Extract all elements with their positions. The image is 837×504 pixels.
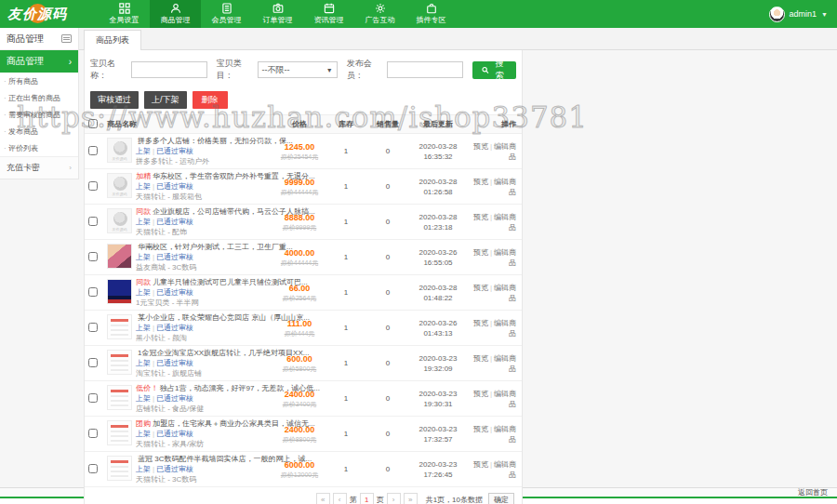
last-page-button[interactable]: »: [404, 493, 418, 504]
nav-global-settings[interactable]: 全局设置: [99, 0, 150, 28]
row-checkbox[interactable]: [88, 217, 98, 226]
row-checkbox[interactable]: [88, 252, 98, 261]
sidebar-item-publish-product[interactable]: 发布商品: [0, 123, 78, 139]
confirm-page-button[interactable]: 确定: [488, 493, 514, 504]
prev-page-button[interactable]: ‹: [333, 493, 347, 504]
review-status-link[interactable]: 已通过审核: [156, 253, 193, 261]
preview-link[interactable]: 预览: [473, 460, 488, 469]
preview-link[interactable]: 预览: [473, 142, 488, 151]
edit-product-link[interactable]: 编辑商品: [494, 460, 516, 479]
preview-link[interactable]: 预览: [473, 178, 488, 186]
preview-link[interactable]: 预览: [473, 213, 488, 221]
product-title[interactable]: 华南校区，针对户外测试，工三工，卫生厂重...: [136, 243, 293, 251]
delete-button[interactable]: 删除: [193, 91, 228, 109]
shelf-status-link[interactable]: 上架: [136, 465, 151, 473]
shelf-status-link[interactable]: 上架: [136, 147, 151, 155]
edit-product-link[interactable]: 编辑商品: [494, 284, 516, 302]
review-status-link[interactable]: 已通过审核: [156, 288, 193, 297]
shelf-status-link[interactable]: 上架: [136, 182, 151, 191]
product-title[interactable]: 某小企业店，联众荣耀自心竞回店 京山（厚山山京...: [136, 313, 310, 322]
product-thumbnail[interactable]: [107, 314, 132, 339]
row-checkbox[interactable]: [88, 358, 98, 367]
row-checkbox[interactable]: [88, 393, 98, 403]
shelf-status-link[interactable]: 上架: [136, 394, 151, 403]
publisher-member-input[interactable]: [387, 61, 463, 78]
sidebar-item-review-list[interactable]: 评价列表: [0, 139, 78, 156]
review-status-link[interactable]: 已通过审核: [156, 218, 193, 226]
promo-tag: 低价！: [136, 384, 158, 392]
review-status-link[interactable]: 已通过审核: [156, 430, 193, 438]
approve-button[interactable]: 审核通过: [90, 91, 139, 109]
preview-link[interactable]: 预览: [473, 354, 488, 363]
row-checkbox[interactable]: [88, 323, 98, 332]
review-status-link[interactable]: 已通过审核: [156, 182, 193, 191]
edit-product-link[interactable]: 编辑商品: [494, 142, 516, 161]
product-thumbnail[interactable]: [107, 208, 132, 233]
tab-product-list[interactable]: 商品列表: [84, 30, 141, 50]
user-menu[interactable]: admin1 ▼: [769, 0, 828, 28]
preview-link[interactable]: 预览: [473, 284, 488, 292]
search-button[interactable]: 搜索: [472, 61, 516, 79]
shelf-status-link[interactable]: 上架: [136, 253, 151, 261]
nav-ads-interaction[interactable]: 广告互动: [354, 0, 405, 28]
product-thumbnail[interactable]: [107, 385, 132, 410]
sidebar-item-pending-review[interactable]: 需要审核的商品: [0, 106, 78, 123]
sidebar-group-products[interactable]: 商品管理 ›: [0, 50, 78, 73]
product-thumbnail[interactable]: [107, 420, 132, 445]
product-thumbnail[interactable]: [107, 138, 132, 163]
site-logo[interactable]: 友价源码: [0, 0, 82, 28]
sidebar-group-recharge-cards[interactable]: 充值卡密 ›: [0, 156, 78, 179]
review-status-link[interactable]: 已通过审核: [156, 394, 193, 403]
shelf-status-link[interactable]: 上架: [136, 359, 151, 367]
row-checkbox[interactable]: [88, 146, 98, 155]
edit-product-link[interactable]: 编辑商品: [494, 354, 516, 373]
menu-icon[interactable]: [61, 34, 72, 43]
edit-product-link[interactable]: 编辑商品: [494, 213, 516, 232]
product-thumbnail[interactable]: [107, 456, 132, 481]
first-page-button[interactable]: «: [316, 493, 330, 504]
review-status-link[interactable]: 已通过审核: [156, 324, 193, 332]
product-title[interactable]: 拼多多个人店铺：价格美丽，无扣分罚款，保...: [136, 137, 293, 145]
product-thumbnail[interactable]: [107, 279, 132, 304]
sidebar-item-on-sale[interactable]: 正在出售的商品: [0, 89, 78, 106]
gear-icon: [375, 3, 386, 14]
nav-member-management[interactable]: 会员管理: [201, 0, 252, 28]
edit-product-link[interactable]: 编辑商品: [494, 390, 516, 408]
product-name-input[interactable]: [131, 61, 207, 78]
nav-order-management[interactable]: 订单管理: [252, 0, 303, 28]
nav-news-management[interactable]: 资讯管理: [303, 0, 354, 28]
row-checkbox[interactable]: [88, 181, 98, 191]
next-page-button[interactable]: ›: [387, 493, 401, 504]
product-thumbnail[interactable]: [107, 173, 132, 198]
edit-product-link[interactable]: 编辑商品: [494, 425, 516, 444]
product-thumbnail[interactable]: [107, 244, 132, 269]
review-status-link[interactable]: 已通过审核: [156, 147, 193, 155]
preview-link[interactable]: 预览: [473, 390, 488, 398]
nav-product-management[interactable]: 商品管理: [150, 0, 201, 28]
product-title[interactable]: 同款儿童半只辅位测试可巴儿童半只辅位测试可巴...: [136, 278, 308, 286]
nav-plugin-zone[interactable]: 插件专区: [405, 0, 457, 28]
product-thumbnail[interactable]: [107, 350, 132, 375]
edit-product-link[interactable]: 编辑商品: [494, 248, 516, 267]
sidebar-item-all-products[interactable]: 所有商品: [0, 73, 78, 89]
category-select[interactable]: --不限-- ▼: [258, 61, 338, 78]
back-home-link[interactable]: 返回首页: [798, 489, 828, 497]
row-checkbox[interactable]: [88, 429, 98, 438]
shelf-status-link[interactable]: 上架: [136, 288, 151, 297]
row-checkbox[interactable]: [88, 464, 98, 473]
preview-link[interactable]: 预览: [473, 248, 488, 257]
row-checkbox[interactable]: [88, 287, 98, 297]
select-all-checkbox[interactable]: [88, 119, 98, 128]
preview-link[interactable]: 预览: [473, 425, 488, 433]
product-title[interactable]: 1金冠企业淘宝店XX旗舰店转让，几乎绝对项目XX...: [136, 349, 309, 357]
edit-product-link[interactable]: 编辑商品: [494, 178, 516, 196]
shelf-status-link[interactable]: 上架: [136, 430, 151, 438]
review-status-link[interactable]: 已通过审核: [156, 359, 193, 367]
preview-link[interactable]: 预览: [473, 319, 488, 327]
edit-product-link[interactable]: 编辑商品: [494, 319, 516, 338]
review-status-link[interactable]: 已通过审核: [156, 465, 193, 473]
shelf-status-link[interactable]: 上架: [136, 324, 151, 332]
current-page-box[interactable]: 1: [360, 493, 374, 504]
shelf-status-link[interactable]: 上架: [136, 218, 151, 226]
updown-shelf-button[interactable]: 上/下架: [144, 91, 187, 109]
